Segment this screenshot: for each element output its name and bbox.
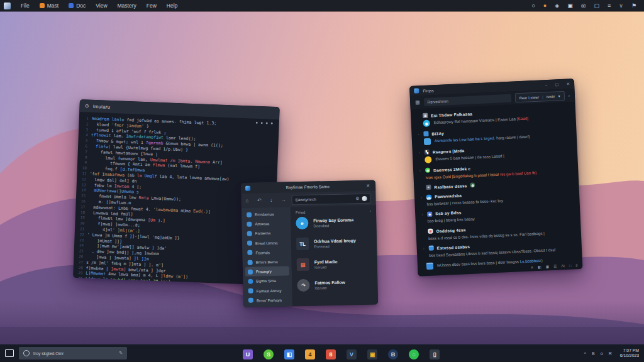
- expand-icon[interactable]: ›: [418, 150, 421, 154]
- avatar-icon[interactable]: ●: [543, 0, 547, 11]
- back-icon[interactable]: ↶: [257, 197, 262, 203]
- feed-entry[interactable]: ≣Esi Thdaw Falkasaa◉Edhasrowy Bal hamssa…: [416, 107, 570, 128]
- download-icon[interactable]: ↓: [270, 197, 272, 203]
- sidebar-item-label: Feamds: [255, 250, 270, 255]
- feed-entry[interactable]: ›▚Rsagmrs [MrdaEsswev 5 baa hassae | da …: [418, 143, 572, 163]
- app-logo-icon[interactable]: [4, 3, 11, 9]
- store-app-row-icon: TL: [296, 238, 309, 250]
- sidebar-item[interactable]: Famast Armay: [245, 285, 289, 296]
- feed-entry[interactable]: ‹◍Daerress 2Mdek cIvas rgss Ould [Sogdda…: [418, 161, 572, 180]
- store-app-row[interactable]: ↷Fatmos FallowIseruas: [297, 278, 372, 292]
- store-window[interactable]: Bayfimae Fmorlis Samo ✕ ⌂↶↓→ Eawrtymrch …: [241, 180, 378, 307]
- code-token: Arr]: [210, 160, 223, 165]
- grid-icon[interactable]: ▦: [415, 99, 420, 105]
- tray-icon[interactable]: ^: [584, 351, 586, 356]
- statusbar-icon[interactable]: ♯: [575, 263, 577, 267]
- statusbar-icon[interactable]: □: [569, 264, 572, 268]
- menu-item-view[interactable]: View: [91, 0, 112, 11]
- statusbar-icon[interactable]: ☰: [553, 265, 557, 268]
- app-s-button[interactable]: S: [264, 348, 274, 359]
- text-segment: rss ga-b basf Uso fb): [500, 170, 537, 176]
- menu-item-mast[interactable]: Mast: [35, 0, 64, 11]
- display-icon[interactable]: ▢: [594, 0, 600, 11]
- taskbar-clock[interactable]: 7:07 PM 6/10/2023: [618, 348, 639, 359]
- chevron-right-icon[interactable]: ›: [370, 209, 371, 213]
- avatar[interactable]: [362, 195, 367, 200]
- statusbar-icon[interactable]: ▣: [546, 265, 550, 268]
- window-icon[interactable]: ▣: [567, 0, 573, 11]
- taskbar-search[interactable]: troy skgted.Omr ✎: [19, 347, 127, 359]
- sidebar-item[interactable]: Feamds: [245, 247, 289, 258]
- feed-window[interactable]: Firqss − ▢ ✕ ▦ Rsrveshmm Rear Lsiwer | I…: [409, 79, 582, 277]
- app-device-button[interactable]: ▯: [430, 348, 440, 359]
- app-eight-button[interactable]: 8: [326, 348, 336, 359]
- feed-entry[interactable]: ›▾Pawwvadsbabss bartwssr | rssss bsssss …: [419, 188, 574, 207]
- sidebar-item[interactable]: Bma's Bema: [245, 256, 289, 267]
- search-icon[interactable]: ○: [531, 0, 535, 11]
- statusbar-icon[interactable]: ∧: [531, 265, 534, 269]
- flag-icon[interactable]: ⚑: [631, 0, 636, 11]
- app-window-button[interactable]: ◧: [284, 348, 294, 359]
- feed-entry[interactable]: ›Bi3AyAsrwands las Lew hae ba L brged. h…: [416, 124, 570, 145]
- store-app-row[interactable]: TLOdrhua Vdaal brogyEsemead: [296, 236, 372, 251]
- menu-item-help[interactable]: Help: [162, 0, 182, 11]
- sidebar-item-icon: [247, 250, 252, 255]
- store-search-box[interactable]: Eawrtymrch ⚙: [291, 193, 370, 205]
- sliders-icon[interactable]: ≡: [608, 0, 611, 11]
- chevron-icon[interactable]: ∨: [619, 0, 623, 11]
- app-shield-button[interactable]: U: [243, 348, 253, 359]
- feed-entry[interactable]: ⊞Osddssg 4ssabsss s.d vssd cs b dss- bss…: [421, 222, 575, 241]
- record-icon[interactable]: ◎: [581, 0, 586, 11]
- home-icon[interactable]: ⌂: [245, 198, 248, 204]
- feed-entry-title: Daerress 2Mdek c: [433, 166, 471, 172]
- sidebar-item[interactable]: Famema: [245, 228, 289, 239]
- tray-icon[interactable]: o: [601, 351, 603, 356]
- menu-item-few[interactable]: Few: [142, 0, 162, 11]
- menu-item-mastery[interactable]: Mastery: [113, 0, 142, 11]
- close-icon[interactable]: ✕: [365, 183, 371, 188]
- menu-item-doc[interactable]: Doc: [64, 0, 91, 11]
- feed-more-button[interactable]: ›: [568, 93, 570, 97]
- bottom-fade: [0, 300, 644, 344]
- expand-icon[interactable]: ‹: [418, 168, 422, 172]
- expand-icon[interactable]: ›: [419, 195, 423, 199]
- feed-filter-button[interactable]: Rear Lsiwer | Iswbr ▾: [514, 91, 565, 103]
- expand-icon[interactable]: ›: [416, 132, 420, 136]
- line-number: 17: [77, 205, 88, 209]
- statusbar-icon[interactable]: ◧: [538, 265, 541, 269]
- feed-search-input[interactable]: Rsrveshmm: [423, 94, 511, 106]
- expand-icon[interactable]: ›: [420, 212, 424, 216]
- expand-icon[interactable]: ›: [422, 246, 426, 250]
- diamond-icon[interactable]: ◈: [555, 0, 559, 11]
- tray-icon[interactable]: R: [609, 351, 612, 356]
- code-token: Ewd(.)]: [191, 209, 211, 214]
- close-icon[interactable]: ✕: [566, 81, 570, 86]
- sidebar-item[interactable]: Brma' Famaya: [246, 295, 290, 305]
- sidebar-item[interactable]: Erwal Umma: [245, 238, 289, 248]
- tray-icon[interactable]: B: [592, 351, 595, 356]
- start-button[interactable]: [0, 344, 19, 362]
- filter-icon[interactable]: ⚙: [355, 196, 359, 201]
- app-b-button[interactable]: B: [388, 348, 398, 359]
- maximize-icon[interactable]: ▢: [555, 82, 559, 87]
- sidebar-item[interactable]: Emrdamua: [244, 209, 288, 219]
- app-files-button[interactable]: ▣: [367, 348, 377, 359]
- feed-entry[interactable]: ›Estvssd ssabssbss bssd Savsbsbss Ubsss …: [422, 239, 576, 259]
- app-chat-button[interactable]: ◌: [409, 348, 419, 359]
- sidebar-item[interactable]: Fraungry: [245, 266, 289, 277]
- line-number: 9: [79, 160, 90, 165]
- sidebar-item[interactable]: Amacua: [244, 219, 288, 229]
- minimize-icon[interactable]: −: [545, 83, 548, 87]
- store-app-row[interactable]: ▤Fyrd MadieIseruad: [297, 257, 372, 272]
- text-segment: harg raswe | dawrf): [496, 134, 530, 140]
- search-icon: [23, 350, 30, 356]
- feed-entry[interactable]: ›◈Ssb ay Bdssbss-brsg | bbarg bss bsbsy: [420, 205, 574, 224]
- statusbar-icon[interactable]: ΛΙ: [561, 264, 565, 268]
- forward-icon[interactable]: →: [281, 197, 286, 203]
- menu-item-file[interactable]: File: [16, 0, 35, 11]
- menu-item-label: Help: [167, 3, 177, 9]
- app-v-button[interactable]: V: [347, 348, 357, 359]
- sidebar-item[interactable]: Bqmw Sma: [245, 276, 289, 287]
- app-folder-4-button[interactable]: 4: [305, 348, 315, 359]
- store-app-row[interactable]: eFirway bay EoramaDoavdatd: [296, 216, 371, 230]
